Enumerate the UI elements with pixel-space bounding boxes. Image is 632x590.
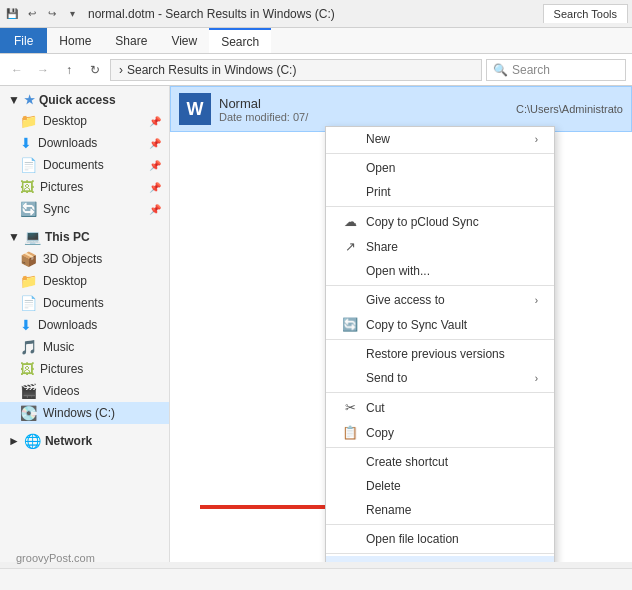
undo-icon[interactable]: ↩: [24, 6, 40, 22]
file-icon: W: [179, 93, 211, 125]
address-path[interactable]: › Search Results in Windows (C:): [110, 59, 482, 81]
star-icon: ★: [24, 93, 35, 107]
ctx-share-label: Share: [366, 240, 398, 254]
search-tools-tab[interactable]: Search Tools: [543, 4, 628, 23]
sidebar-item-sync-qa[interactable]: 🔄 Sync 📌: [0, 198, 169, 220]
music-icon: 🎵: [20, 339, 37, 355]
title-bar-icons: 💾 ↩ ↪ ▾: [4, 6, 80, 22]
sidebar-item-label: Desktop: [43, 114, 87, 128]
ctx-create-shortcut[interactable]: Create shortcut: [326, 450, 554, 474]
ctx-restore-versions[interactable]: Restore previous versions: [326, 342, 554, 366]
sidebar-item-label: Videos: [43, 384, 79, 398]
sidebar-section-this-pc[interactable]: ▼ 💻 This PC: [0, 226, 169, 248]
docs-icon: 📄: [20, 157, 37, 173]
win-icon: 💽: [20, 405, 37, 421]
ctx-delete-label: Delete: [366, 479, 401, 493]
dropdown-icon[interactable]: ▾: [64, 6, 80, 22]
ctx-rename[interactable]: Rename: [326, 498, 554, 522]
divider-8: [326, 553, 554, 554]
sidebar-section-network[interactable]: ► 🌐 Network: [0, 430, 169, 452]
pic-icon: 🖼: [20, 179, 34, 195]
cut-icon: ✂: [342, 400, 358, 415]
search-box[interactable]: 🔍 Search: [486, 59, 626, 81]
ctx-open-label: Open: [366, 161, 395, 175]
docs-icon: 📄: [20, 295, 37, 311]
tab-view[interactable]: View: [159, 28, 209, 53]
ctx-copy-label: Copy: [366, 426, 394, 440]
ctx-print-label: Print: [366, 185, 391, 199]
ctx-copy[interactable]: 📋 Copy: [326, 420, 554, 445]
tab-home[interactable]: Home: [47, 28, 103, 53]
ctx-open-with[interactable]: Open with...: [326, 259, 554, 283]
share-icon: ↗: [342, 239, 358, 254]
watermark: groovyPost.com: [16, 552, 95, 564]
ctx-open[interactable]: Open: [326, 156, 554, 180]
divider-3: [326, 285, 554, 286]
ctx-cut[interactable]: ✂ Cut: [326, 395, 554, 420]
sidebar-item-3d-objects[interactable]: 📦 3D Objects: [0, 248, 169, 270]
cloud-icon: ☁: [342, 214, 358, 229]
tab-file[interactable]: File: [0, 28, 47, 53]
search-label: Search: [512, 63, 550, 77]
ctx-open-file-location[interactable]: Open file location: [326, 527, 554, 551]
sidebar-item-videos[interactable]: 🎬 Videos: [0, 380, 169, 402]
ctx-delete[interactable]: Delete: [326, 474, 554, 498]
sidebar-item-documents-qa[interactable]: 📄 Documents 📌: [0, 154, 169, 176]
sidebar-section-quick-access[interactable]: ▼ ★ Quick access: [0, 90, 169, 110]
tab-search[interactable]: Search: [209, 28, 271, 53]
sidebar-item-downloads-qa[interactable]: ⬇ Downloads 📌: [0, 132, 169, 154]
redo-icon[interactable]: ↪: [44, 6, 60, 22]
ctx-give-access[interactable]: Give access to ›: [326, 288, 554, 312]
network-label: Network: [45, 434, 92, 448]
tab-share[interactable]: Share: [103, 28, 159, 53]
sidebar-item-label: 3D Objects: [43, 252, 102, 266]
ctx-copy-sync-vault-label: Copy to Sync Vault: [366, 318, 467, 332]
chevron-icon: ▼: [8, 230, 20, 244]
ctx-copy-sync-vault[interactable]: 🔄 Copy to Sync Vault: [326, 312, 554, 337]
sidebar-item-music[interactable]: 🎵 Music: [0, 336, 169, 358]
refresh-button[interactable]: ↻: [84, 59, 106, 81]
arrow-icon: ›: [535, 134, 538, 145]
sidebar-item-label: Downloads: [38, 136, 97, 150]
sidebar-item-downloads-pc[interactable]: ⬇ Downloads: [0, 314, 169, 336]
sidebar-item-label: Windows (C:): [43, 406, 115, 420]
up-button[interactable]: ↑: [58, 59, 80, 81]
ctx-print[interactable]: Print: [326, 180, 554, 204]
divider-1: [326, 153, 554, 154]
forward-button[interactable]: →: [32, 59, 54, 81]
ctx-properties[interactable]: Properties: [326, 556, 554, 562]
sidebar-item-pictures-qa[interactable]: 🖼 Pictures 📌: [0, 176, 169, 198]
ctx-copy-pcloud-label: Copy to pCloud Sync: [366, 215, 479, 229]
title-bar: 💾 ↩ ↪ ▾ normal.dotm - Search Results in …: [0, 0, 632, 28]
window-title: normal.dotm - Search Results in Windows …: [88, 7, 543, 21]
back-button[interactable]: ←: [6, 59, 28, 81]
ctx-send-to[interactable]: Send to ›: [326, 366, 554, 390]
ctx-new[interactable]: New ›: [326, 127, 554, 151]
sidebar-item-label: Pictures: [40, 362, 83, 376]
this-pc-label: This PC: [45, 230, 90, 244]
ctx-open-file-location-label: Open file location: [366, 532, 459, 546]
sidebar-item-label: Sync: [43, 202, 70, 216]
ctx-share[interactable]: ↗ Share: [326, 234, 554, 259]
ctx-copy-pcloud[interactable]: ☁ Copy to pCloud Sync: [326, 209, 554, 234]
pin-icon: 📌: [149, 116, 161, 127]
divider-7: [326, 524, 554, 525]
sidebar-item-desktop-pc[interactable]: 📁 Desktop: [0, 270, 169, 292]
quick-access-toolbar: 💾: [4, 6, 20, 22]
chevron-icon: ▼: [8, 93, 20, 107]
quick-access-label: Quick access: [39, 93, 116, 107]
vid-icon: 🎬: [20, 383, 37, 399]
chevron-icon: ►: [8, 434, 20, 448]
address-bar: ← → ↑ ↻ › Search Results in Windows (C:)…: [0, 54, 632, 86]
download-icon: ⬇: [20, 135, 32, 151]
sidebar: ▼ ★ Quick access 📁 Desktop 📌 ⬇ Downloads…: [0, 86, 170, 562]
ctx-properties-label: Properties: [366, 561, 421, 562]
sidebar-item-documents-pc[interactable]: 📄 Documents: [0, 292, 169, 314]
ctx-open-with-label: Open with...: [366, 264, 430, 278]
divider-5: [326, 392, 554, 393]
main-layout: ▼ ★ Quick access 📁 Desktop 📌 ⬇ Downloads…: [0, 86, 632, 562]
sidebar-item-desktop[interactable]: 📁 Desktop 📌: [0, 110, 169, 132]
ctx-restore-label: Restore previous versions: [366, 347, 505, 361]
sidebar-item-pictures-pc[interactable]: 🖼 Pictures: [0, 358, 169, 380]
sidebar-item-windows-c[interactable]: 💽 Windows (C:): [0, 402, 169, 424]
